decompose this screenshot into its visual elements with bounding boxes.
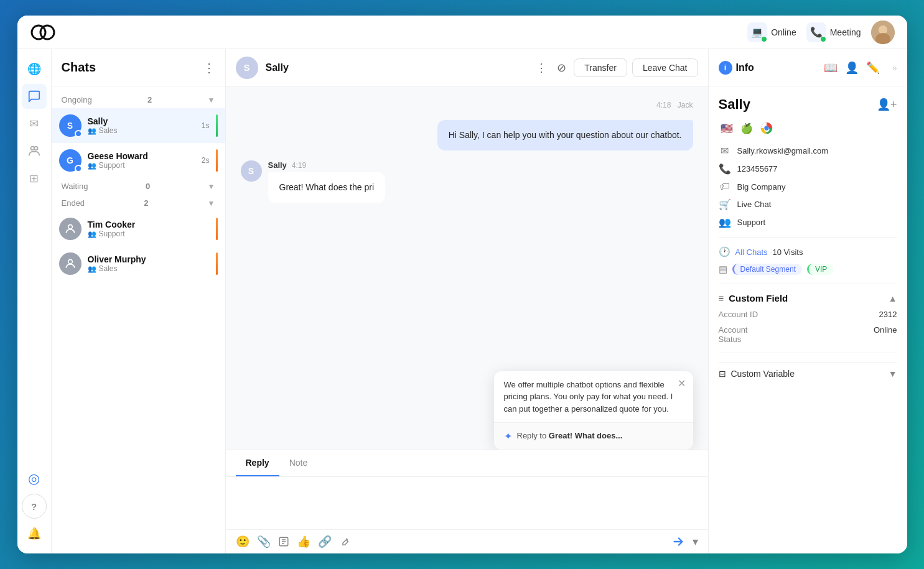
account-id-value: 2312 bbox=[879, 310, 897, 319]
tim-chat-info: Tim Cooker 👥 Support bbox=[88, 220, 210, 238]
chat-more-btn[interactable]: ⋮ bbox=[533, 58, 549, 77]
account-status-key: AccountStatus bbox=[719, 325, 748, 344]
tim-team: 👥 Support bbox=[88, 229, 210, 238]
reply-toolbar: 🙂 📎 👍 🔗 ▾ bbox=[226, 529, 708, 553]
text-format-btn[interactable] bbox=[278, 536, 289, 547]
info-phone: 123455677 bbox=[737, 164, 778, 173]
chat-icon-btn[interactable] bbox=[22, 84, 47, 109]
globe-icon-btn[interactable]: 🌐 bbox=[22, 57, 47, 81]
reply-area: Reply Note 🙂 📎 👍 🔗 bbox=[226, 450, 708, 553]
custom-variable-row[interactable]: ⊟ Custom Variable ▼ bbox=[719, 362, 897, 385]
online-icon: 💻 bbox=[747, 22, 767, 42]
info-person-btn[interactable]: 👤 bbox=[845, 61, 859, 75]
chats-header: Chats ⋮ bbox=[52, 49, 225, 86]
agent-time: 4:18 bbox=[656, 101, 671, 109]
waiting-section-header[interactable]: Waiting 0 ▼ bbox=[52, 178, 225, 195]
info-book-btn[interactable]: 📖 bbox=[824, 61, 838, 75]
info-divider-2 bbox=[719, 284, 897, 284]
list-icon: ≡ bbox=[719, 293, 724, 303]
user-msg-content: Sally 4:19 Great! What does the pri bbox=[268, 160, 693, 203]
company-icon: 🏷 bbox=[719, 181, 731, 192]
geese-team-icon: 👥 bbox=[88, 162, 96, 170]
online-label: Online bbox=[771, 27, 796, 37]
reply-input[interactable] bbox=[226, 477, 708, 527]
chat-item-tim[interactable]: Tim Cooker 👥 Support bbox=[52, 211, 225, 246]
meeting-status-btn[interactable]: 📞 Meeting bbox=[806, 22, 861, 42]
ongoing-label: Ongoing bbox=[62, 95, 92, 104]
geese-avatar: G bbox=[59, 149, 82, 172]
info-email: Sally.rkowski@gmail.com bbox=[737, 146, 829, 155]
emoji-btn[interactable]: 🙂 bbox=[236, 535, 250, 548]
toolbar-more-btn[interactable]: ▾ bbox=[693, 535, 698, 548]
svg-point-3 bbox=[879, 25, 887, 34]
geese-bar bbox=[216, 149, 218, 172]
ai-popup-reply[interactable]: ✦ Reply to Great! What does... bbox=[494, 422, 693, 450]
like-btn[interactable]: 👍 bbox=[297, 535, 310, 548]
default-segment-badge: Default Segment bbox=[732, 264, 802, 275]
info-title: Info bbox=[736, 62, 754, 73]
meeting-label: Meeting bbox=[830, 27, 861, 37]
help-icon-btn[interactable]: ? bbox=[22, 494, 47, 519]
chat-item-sally[interactable]: S Sally 👥 Sales 1s bbox=[52, 108, 225, 143]
ai-popup-close-btn[interactable]: ✕ bbox=[678, 377, 686, 389]
leave-chat-button[interactable]: Leave Chat bbox=[632, 58, 698, 77]
transfer-button[interactable]: Transfer bbox=[574, 58, 627, 77]
send-btn[interactable] bbox=[671, 535, 685, 548]
meeting-icon: 📞 bbox=[806, 22, 826, 42]
user-bubble: Great! What does the pri bbox=[268, 172, 386, 203]
custom-field-header[interactable]: ≡ Custom Field ▲ bbox=[719, 293, 897, 303]
chat-item-geese[interactable]: G Geese Howard 👥 Support 2s bbox=[52, 143, 225, 178]
calendar-icon-btn[interactable]: ⊞ bbox=[22, 166, 47, 191]
chat-block-btn[interactable]: ⊘ bbox=[554, 58, 569, 77]
user-msg-meta: Sally 4:19 bbox=[268, 160, 693, 170]
ai-popup-text: We offer multiple chatbot options and fl… bbox=[494, 371, 693, 423]
account-id-key: Account ID bbox=[719, 310, 758, 319]
custom-variable-arrow: ▼ bbox=[889, 369, 897, 379]
icon-sidebar: 🌐 ✉ ⊞ ◎ ? 🔔 bbox=[17, 49, 52, 553]
link-btn[interactable]: 🔗 bbox=[318, 535, 332, 548]
info-header-icons: 📖 👤 ✏️ bbox=[824, 61, 880, 75]
chats-list: Ongoing 2 ▼ S Sally 👥 Sales bbox=[52, 86, 225, 553]
email-icon: ✉ bbox=[719, 145, 731, 157]
visits-count: 10 Visits bbox=[773, 247, 803, 257]
ongoing-section-header[interactable]: Ongoing 2 ▼ bbox=[52, 91, 225, 108]
top-bar: 💻 Online 📞 Meeting bbox=[17, 16, 907, 49]
geese-indicator bbox=[75, 165, 82, 172]
all-chats-link[interactable]: All Chats bbox=[735, 247, 768, 257]
waiting-label: Waiting bbox=[62, 182, 88, 191]
note-tab[interactable]: Note bbox=[279, 450, 318, 476]
info-panel: i Info 📖 👤 ✏️ » Sally 👤+ 🇺🇸 🍏 bbox=[708, 49, 907, 553]
account-id-row: Account ID 2312 bbox=[719, 310, 897, 319]
vip-badge: VIP bbox=[807, 264, 833, 275]
target-icon-btn[interactable]: ◎ bbox=[22, 466, 47, 491]
online-status-btn[interactable]: 💻 Online bbox=[747, 22, 796, 42]
svg-point-11 bbox=[764, 126, 768, 130]
info-all-chats-row: 🕐 All Chats 10 Visits bbox=[719, 246, 897, 257]
user-message: S Sally 4:19 Great! What does the pri bbox=[241, 160, 693, 203]
sally-team: 👥 Sales bbox=[88, 126, 195, 135]
online-dot bbox=[761, 36, 767, 42]
inbox-icon-btn[interactable]: ✉ bbox=[22, 111, 47, 136]
ai-suggestion-popup: ✕ We offer multiple chatbot options and … bbox=[494, 371, 693, 450]
user-avatar[interactable] bbox=[871, 21, 895, 44]
info-add-person-btn[interactable]: 👤+ bbox=[877, 98, 897, 111]
tim-name: Tim Cooker bbox=[88, 220, 210, 229]
pen-btn[interactable] bbox=[339, 536, 350, 547]
info-company-field: 🏷 Big Company bbox=[719, 181, 897, 192]
sally-bar bbox=[216, 114, 218, 137]
info-edit-btn[interactable]: ✏️ bbox=[866, 61, 880, 75]
attach-btn[interactable]: 📎 bbox=[257, 535, 271, 548]
geese-team: 👥 Support bbox=[88, 161, 195, 170]
ended-section-header[interactable]: Ended 2 ▼ bbox=[52, 195, 225, 211]
info-channel-field: 🛒 Live Chat bbox=[719, 198, 897, 210]
svg-point-8 bbox=[68, 259, 72, 264]
chats-sidebar: Chats ⋮ Ongoing 2 ▼ S Sally bbox=[52, 49, 226, 553]
reply-tab[interactable]: Reply bbox=[236, 450, 279, 476]
chat-item-oliver[interactable]: Oliver Murphy 👥 Sales bbox=[52, 246, 225, 281]
sparkle-icon: ✦ bbox=[504, 430, 512, 442]
team-icon-btn[interactable] bbox=[22, 139, 47, 164]
oliver-name: Oliver Murphy bbox=[88, 254, 210, 264]
chats-menu-btn[interactable]: ⋮ bbox=[203, 60, 215, 75]
team-icon: 👥 bbox=[88, 127, 96, 135]
bell-icon-btn[interactable]: 🔔 bbox=[22, 521, 47, 546]
